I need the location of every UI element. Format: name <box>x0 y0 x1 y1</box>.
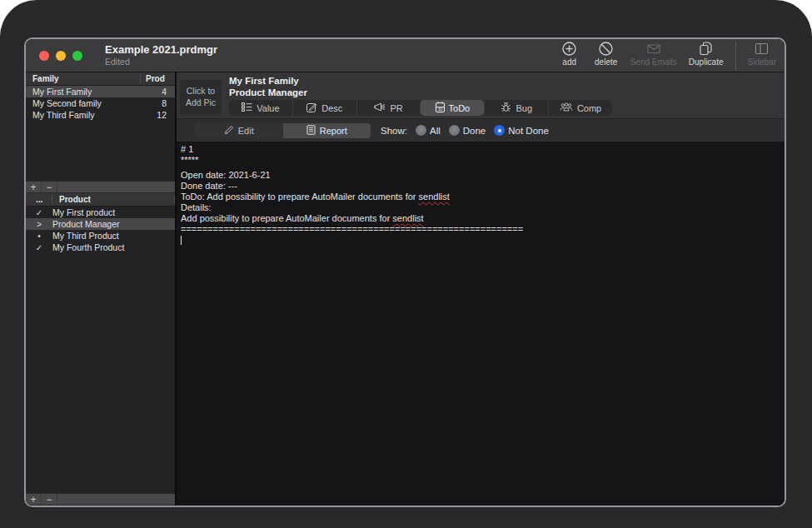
sidebar-toggle-button[interactable]: Sidebar <box>748 41 776 67</box>
radio-not-done-label: Not Done <box>508 126 549 136</box>
family-list-empty-area <box>26 121 175 181</box>
report-text-area[interactable]: # 1 ***** Open date: 2021-6-21 Done date… <box>177 142 785 506</box>
selected-family-name: My First Family <box>229 75 307 87</box>
prod-column-header[interactable]: Prod <box>140 74 175 83</box>
send-emails-button[interactable]: Send Emails <box>630 41 677 67</box>
sidebar-label: Sidebar <box>748 57 776 67</box>
window-title-block: Example 2021.prdmgr Edited <box>105 44 217 67</box>
tab-bug[interactable]: Bug <box>484 100 548 116</box>
family-table-header: Family Prod <box>26 72 175 86</box>
pencil-square-icon <box>306 102 317 114</box>
title-bar: Example 2021.prdmgr Edited add delete <box>26 39 785 72</box>
product-remove-button[interactable]: − <box>42 494 57 505</box>
radio-done-label: Done <box>463 126 486 136</box>
report-details-label: Details: <box>181 202 785 213</box>
report-separator-line: ========================================… <box>181 224 785 235</box>
family-row-1[interactable]: My First Family 4 <box>26 86 175 97</box>
add-label: add <box>562 57 576 67</box>
family-remove-button[interactable]: − <box>42 182 57 192</box>
family-name: My First Family <box>26 87 142 97</box>
tab-label: Value <box>257 103 279 113</box>
tab-comp[interactable]: Comp <box>548 100 612 116</box>
family-prod-count: 4 <box>142 87 175 97</box>
product-row-3[interactable]: • My Third Product <box>26 230 175 242</box>
product-list-empty-area <box>26 253 175 493</box>
product-name: My Fourth Product <box>52 242 175 252</box>
report-label: Report <box>320 126 347 136</box>
family-add-remove-bar: + − <box>26 181 175 193</box>
window-edited-status: Edited <box>105 57 217 67</box>
radio-done[interactable]: Done <box>449 125 486 136</box>
edit-segment-button[interactable]: Edit <box>195 123 283 138</box>
tab-label: Desc <box>321 103 342 113</box>
family-name: My Third Family <box>26 110 142 120</box>
edit-report-segmented-control: Edit Report <box>195 123 371 138</box>
marker-column-header[interactable]: ... <box>26 195 52 204</box>
delete-button[interactable]: delete <box>594 41 619 67</box>
radio-all[interactable]: All <box>416 125 441 136</box>
radio-not-done-dot <box>494 125 505 136</box>
minimize-button[interactable] <box>56 51 66 61</box>
product-add-remove-bar: + − <box>26 493 175 506</box>
control-row: Edit Report Show: All <box>177 118 785 142</box>
product-add-button[interactable]: + <box>26 494 42 505</box>
family-add-button[interactable]: + <box>26 182 42 192</box>
tab-value[interactable]: Value <box>229 100 292 116</box>
text-cursor <box>181 236 182 245</box>
radio-done-dot <box>449 125 460 136</box>
tab-todo[interactable]: 10 ToDo <box>420 100 484 116</box>
add-button[interactable]: add <box>557 41 582 67</box>
app-window: Example 2021.prdmgr Edited add delete <box>24 37 786 507</box>
radio-all-dot <box>416 125 426 136</box>
family-prod-count: 8 <box>142 98 175 108</box>
tab-desc[interactable]: Desc <box>292 100 356 116</box>
toolbar: add delete Send Emails <box>557 41 776 70</box>
check-icon: ✓ <box>26 208 52 217</box>
megaphone-icon <box>374 102 386 113</box>
product-row-1[interactable]: ✓ My First product <box>26 207 175 218</box>
add-picture-well[interactable]: Click toAdd Pic <box>180 80 222 115</box>
product-name: My First product <box>52 207 175 217</box>
show-filter-label: Show: <box>381 126 407 136</box>
add-pic-label: Click toAdd Pic <box>186 86 216 108</box>
window-title: Example 2021.prdmgr <box>105 44 217 57</box>
tab-label: Comp <box>577 103 601 113</box>
check-icon: ✓ <box>26 243 52 252</box>
duplicate-icon <box>698 41 714 57</box>
screen-background: Example 2021.prdmgr Edited add delete <box>0 0 812 528</box>
report-details-line: Add possibility to prepare AutoMailer do… <box>181 213 785 224</box>
main-header: Click toAdd Pic My First Family Product … <box>177 72 785 118</box>
tab-label: Bug <box>516 103 532 113</box>
selected-arrow-icon: > <box>26 220 52 229</box>
product-row-4[interactable]: ✓ My Fourth Product <box>26 242 175 253</box>
close-button[interactable] <box>39 51 49 61</box>
tab-bar: Value Desc PR <box>229 100 612 116</box>
pencil-icon <box>224 125 234 137</box>
radio-all-label: All <box>430 126 441 136</box>
report-stars: ***** <box>181 155 785 166</box>
misspelled-word: sendlist <box>419 192 450 202</box>
tab-label: PR <box>390 103 402 113</box>
add-icon <box>561 41 577 57</box>
family-column-header[interactable]: Family <box>26 74 140 83</box>
misspelled-word: sendlist <box>392 213 423 223</box>
delete-label: delete <box>595 57 617 67</box>
bug-icon <box>501 102 511 114</box>
cursor-line <box>181 235 785 246</box>
report-segment-button[interactable]: Report <box>283 123 371 138</box>
radio-not-done[interactable]: Not Done <box>494 125 549 136</box>
product-column-header[interactable]: Product <box>52 195 175 204</box>
report-done-date: Done date: --- <box>181 181 785 192</box>
tab-pr[interactable]: PR <box>356 100 421 116</box>
delete-icon <box>598 41 614 57</box>
edit-label: Edit <box>238 126 254 136</box>
report-item-number: # 1 <box>181 144 785 155</box>
family-row-3[interactable]: My Third Family 12 <box>26 109 175 121</box>
zoom-button[interactable] <box>72 51 82 61</box>
selected-product-name: Product Manager <box>229 87 307 98</box>
toolbar-separator <box>735 42 736 70</box>
duplicate-button[interactable]: Duplicate <box>689 41 724 67</box>
traffic-lights <box>39 51 82 61</box>
product-row-2[interactable]: > Product Manager <box>26 218 175 230</box>
family-row-2[interactable]: My Second family 8 <box>26 97 175 109</box>
